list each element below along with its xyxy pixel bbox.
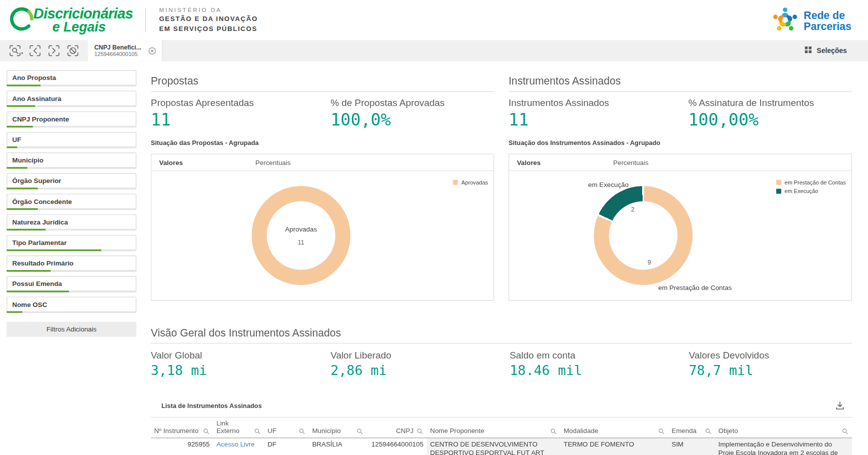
col-header-municipio[interactable]: Município (309, 418, 367, 438)
kpi-value: 2,86 mi (330, 363, 510, 378)
kpi-valor-global: Valor Global 3,18 mi (151, 350, 331, 378)
col-header-cnpj[interactable]: CNPJ (367, 418, 427, 438)
kpi-label: % Assinatura de Instrumentos (688, 98, 814, 108)
rede-parcerias-icon (771, 5, 801, 38)
download-icon[interactable] (835, 401, 845, 410)
selection-chip-value: 12594664000105 (94, 51, 141, 57)
ministry-line2: GESTÃO E DA INOVAÇÃO (159, 14, 257, 24)
search-icon (550, 428, 557, 434)
step-forward-icon[interactable] (44, 42, 63, 60)
kpi-value: 11 (151, 110, 331, 129)
cell-emenda[interactable]: SIM (668, 438, 715, 455)
filter-label: Município (7, 153, 135, 168)
kpi-pct-propostas-aprovadas: % de Propostas Aprovadas 100,0% (330, 98, 444, 129)
cell-municipio[interactable]: BRASÍLIA (309, 438, 367, 455)
tab-percentuais[interactable]: Percentuais (613, 158, 649, 166)
legend-item-prestacao-contas[interactable]: em Prestação de Contas (776, 180, 846, 186)
filter-item-tipo-parlamentar[interactable]: Tipo Parlamentar (6, 235, 136, 251)
filter-frequency-bar (6, 188, 136, 189)
slice-label-em-execucao: em Execução (588, 181, 629, 189)
kpi-propostas-apresentadas: Propostas Apresentadas 11 (151, 98, 331, 129)
chevron-down-icon[interactable]: ▾ (21, 51, 23, 56)
col-header-link-externo[interactable]: Link Externo (213, 418, 264, 438)
donut-chart-propostas: Aprovadas 11 Aprovadas (151, 171, 494, 300)
step-back-icon[interactable] (25, 42, 44, 60)
app-logo: Discricionárias e Legais (8, 5, 133, 35)
section-instrumentos: Instrumentos Assinados Instrumentos Assi… (509, 61, 852, 300)
cell-n-instrumento[interactable]: 925955 (151, 438, 213, 455)
close-icon[interactable] (148, 46, 156, 55)
chart-panel-instrumentos: Valores Percentuais em Execução 2 9 em P… (509, 154, 852, 300)
chart-title-situacao-propostas: Situação das Propostas - Agrupada (151, 139, 494, 146)
filter-item-orgao-concedente[interactable]: Órgão Concedente (6, 194, 136, 210)
filter-frequency-bar (6, 250, 136, 251)
filter-label: Resultado Primário (7, 256, 135, 270)
partner-line1: Rede de (804, 10, 851, 21)
cell-modalidade[interactable]: TERMO DE FOMENTO (560, 438, 668, 455)
col-header-uf[interactable]: UF (264, 418, 309, 438)
filter-item-uf[interactable]: UF (6, 132, 136, 148)
smart-search-icon[interactable] (5, 42, 24, 60)
kpi-value: 3,18 mi (151, 363, 331, 378)
kpi-label: Saldo em conta (510, 350, 689, 361)
filter-item-nome-osc[interactable]: Nome OSC (6, 296, 136, 312)
dashboard-main: Propostas Propostas Apresentadas 11 % de… (151, 61, 852, 455)
selection-chip-cnpj-beneficiario[interactable]: CNPJ Benefici... 12594664000105 (87, 40, 162, 61)
filter-sidebar: Ano Proposta Ano Assinatura CNPJ Propone… (6, 70, 136, 336)
cell-nome-proponente[interactable]: CENTRO DE DESENVOLVIMENTO DESPORTIVO ESP… (427, 438, 560, 455)
kpi-value: 100,0% (330, 110, 444, 129)
chart-legend: em Prestação de Contas em Execução (776, 180, 846, 198)
kpi-label: Propostas Apresentadas (151, 98, 331, 108)
donut-ring-instrumentos[interactable] (594, 186, 693, 285)
cell-uf[interactable]: DF (264, 438, 309, 455)
chart-panel-tabs: Valores Percentuais (509, 154, 852, 170)
kpi-valor-liberado: Valor Liberado 2,86 mi (330, 350, 510, 378)
col-header-modalidade[interactable]: Modalidade (560, 418, 668, 438)
filter-item-orgao-superior[interactable]: Órgão Superior (6, 173, 136, 189)
chart-panel-propostas: Valores Percentuais Aprovadas 11 Aprov (151, 154, 494, 300)
cell-link-externo[interactable]: Acesso Livre (213, 438, 264, 455)
search-icon (203, 428, 209, 434)
legend-label: em Prestação de Contas (785, 180, 846, 186)
filter-label: Órgão Concedente (7, 194, 135, 209)
filter-frequency-bar (6, 208, 136, 210)
legend-item-em-execucao[interactable]: em Execução (776, 188, 846, 194)
header-divider (145, 8, 146, 32)
additional-filters-button[interactable]: Filtros Adicionais (6, 322, 136, 337)
col-header-emenda[interactable]: Emenda (668, 418, 715, 438)
filter-item-ano-proposta[interactable]: Ano Proposta (6, 70, 136, 86)
filter-item-resultado-primario[interactable]: Resultado Primário (6, 256, 136, 272)
table-title: Lista de Instrumentos Assinados (161, 402, 262, 409)
filter-item-municipio[interactable]: Município (6, 152, 136, 168)
kpi-label: Valores Devolvidos (689, 350, 852, 361)
legend-item-aprovadas[interactable]: Aprovadas (453, 180, 488, 186)
filter-item-possui-emenda[interactable]: Possui Emenda (6, 276, 136, 292)
col-header-nome-proponente[interactable]: Nome Proponente (427, 418, 560, 438)
legend-label: Aprovadas (461, 180, 488, 186)
tab-valores[interactable]: Valores (517, 158, 613, 166)
filter-frequency-bar (6, 290, 136, 292)
selection-chip-title: CNPJ Benefici... (94, 44, 141, 50)
filter-item-natureza-juridica[interactable]: Natureza Jurídica (6, 214, 136, 230)
table-header-row: Nº Instrumento Link Externo UF Município… (151, 418, 852, 438)
section-lista-instrumentos: Lista de Instrumentos Assinados Nº Instr… (151, 401, 852, 455)
filter-label: CNPJ Proponente (7, 112, 135, 126)
clear-selections-icon[interactable] (63, 42, 82, 60)
col-header-n-instrumento[interactable]: Nº Instrumento (151, 418, 213, 438)
filter-frequency-bar (6, 229, 136, 230)
selections-button[interactable]: Seleções (796, 40, 868, 61)
tab-valores[interactable]: Valores (159, 158, 255, 166)
filter-label: Nome OSC (7, 298, 135, 312)
chart-legend: Aprovadas (453, 180, 488, 188)
filter-item-ano-assinatura[interactable]: Ano Assinatura (6, 91, 136, 107)
kpi-label: % de Propostas Aprovadas (330, 98, 444, 108)
cell-objeto[interactable]: Implementação e Desenvolvimento do Proje… (715, 438, 852, 455)
col-header-objeto[interactable]: Objeto (715, 418, 852, 438)
table-row: 925955 Acesso Livre DF BRASÍLIA 12594664… (151, 438, 852, 455)
cell-cnpj[interactable]: 12594664000105 (367, 438, 427, 455)
logo-line1: Discricionárias (33, 6, 133, 21)
filter-item-cnpj-proponente[interactable]: CNPJ Proponente (6, 112, 136, 128)
kpi-saldo-em-conta: Saldo em conta 18.46 mil (510, 350, 689, 378)
tab-percentuais[interactable]: Percentuais (255, 158, 291, 166)
slice-value-prestacao-contas: 9 (648, 259, 651, 266)
